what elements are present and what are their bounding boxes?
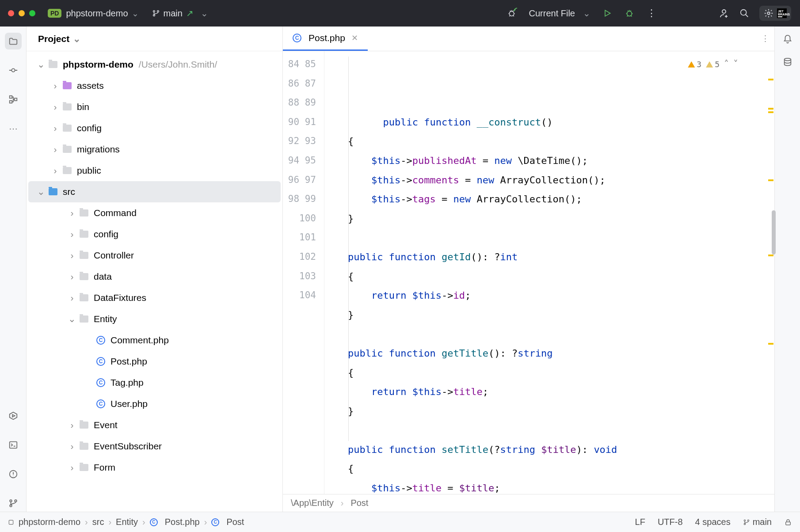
error-stripe[interactable] xyxy=(767,51,774,494)
inspection-indicators[interactable]: 3 5 ˄ ˅ xyxy=(685,53,741,76)
tree-folder-entity[interactable]: ⌄Entity xyxy=(27,308,282,330)
line-separator-widget[interactable]: LF xyxy=(635,517,645,527)
chevron-right-icon[interactable]: › xyxy=(67,462,77,473)
warning-badge[interactable]: 3 xyxy=(688,55,701,74)
breadcrumb-item[interactable]: Post xyxy=(350,498,368,508)
tree-folder-form[interactable]: ›Form xyxy=(27,457,282,478)
run-configuration-select[interactable]: Current File ⌄ xyxy=(529,8,590,19)
tree-folder-command[interactable]: ›Command xyxy=(27,202,282,224)
folder-icon xyxy=(80,422,88,429)
chevron-right-icon[interactable]: › xyxy=(67,208,77,218)
tree-folder-src-config[interactable]: ›config xyxy=(27,224,282,245)
project-panel-header[interactable]: Project ⌄ xyxy=(27,27,282,51)
breadcrumb-item[interactable]: \App\Entity xyxy=(291,498,334,508)
database-tool-button[interactable] xyxy=(783,57,792,67)
tree-folder-assets[interactable]: ›assets xyxy=(27,75,282,96)
warning-marker[interactable] xyxy=(768,111,773,113)
crumb-item[interactable]: Post xyxy=(226,517,244,527)
tree-folder-bin[interactable]: ›bin xyxy=(27,96,282,118)
weak-warning-badge[interactable]: 5 xyxy=(706,55,720,74)
notifications-tool-button[interactable] xyxy=(783,34,792,44)
close-window-button[interactable] xyxy=(8,10,14,16)
editor-body: 84 85 86 87 88 89 90 91 92 93 94 95 96 9… xyxy=(283,51,774,494)
close-tab-icon[interactable]: ✕ xyxy=(351,33,358,43)
chevron-right-icon[interactable]: › xyxy=(67,420,77,430)
chevron-down-icon[interactable]: ⌄ xyxy=(132,8,139,19)
chevron-right-icon[interactable]: › xyxy=(50,123,60,133)
tree-folder-event[interactable]: ›Event xyxy=(27,414,282,436)
search-icon[interactable] xyxy=(739,8,750,19)
tree-file-tag[interactable]: CTag.php xyxy=(27,372,282,393)
editor-tab-post[interactable]: C Post.php ✕ xyxy=(283,27,368,51)
services-tool-button[interactable] xyxy=(5,407,22,424)
tree-folder-controller[interactable]: ›Controller xyxy=(27,245,282,266)
tree-root[interactable]: ⌄ phpstorm-demo /Users/John.Smith/ xyxy=(27,54,282,75)
prev-highlight-icon[interactable]: ˄ xyxy=(724,55,729,74)
next-highlight-icon[interactable]: ˅ xyxy=(733,55,738,74)
crumb-item[interactable]: phpstorm-demo xyxy=(19,517,80,527)
crumb-item[interactable]: Entity xyxy=(116,517,138,527)
svg-point-24 xyxy=(747,520,749,521)
vcs-tool-button[interactable] xyxy=(5,495,22,512)
chevron-down-icon[interactable]: ⌄ xyxy=(201,8,208,19)
run-button[interactable] xyxy=(602,8,613,19)
chevron-right-icon[interactable]: › xyxy=(50,165,60,176)
tree-file-post[interactable]: CPost.php xyxy=(27,351,282,372)
bug-services-icon[interactable] xyxy=(507,8,518,19)
warning-marker[interactable] xyxy=(768,255,773,256)
crumb-item[interactable]: src xyxy=(92,517,104,527)
tree-folder-data[interactable]: ›data xyxy=(27,266,282,287)
warning-marker[interactable] xyxy=(768,108,773,110)
warning-marker[interactable] xyxy=(768,343,773,345)
minimize-window-button[interactable] xyxy=(19,10,25,16)
navigation-bar[interactable]: phpstorm-demo› src› Entity› C Post.php› … xyxy=(8,517,244,527)
tree-folder-src[interactable]: ⌄src xyxy=(28,181,281,202)
code-with-me-icon[interactable] xyxy=(719,8,729,19)
commit-tool-button[interactable] xyxy=(5,62,22,79)
tree-label: config xyxy=(94,229,118,239)
warning-marker[interactable] xyxy=(768,79,773,80)
more-tools-button[interactable]: ⋯ xyxy=(5,120,22,137)
chevron-right-icon[interactable]: › xyxy=(50,144,60,155)
indent-widget[interactable]: 4 spaces xyxy=(695,517,731,527)
project-tool-button[interactable] xyxy=(5,33,22,49)
tree-folder-public[interactable]: ›public xyxy=(27,160,282,181)
read-only-widget[interactable] xyxy=(784,518,792,526)
chevron-right-icon[interactable]: › xyxy=(50,102,60,112)
tab-menu-button[interactable]: ⋮ xyxy=(756,27,774,51)
scrollbar-thumb[interactable] xyxy=(772,210,776,255)
chevron-down-icon[interactable]: ⌄ xyxy=(36,59,46,70)
git-branch-widget[interactable]: main xyxy=(743,517,772,527)
code-editor[interactable]: 3 5 ˄ ˅ public function __construct() { … xyxy=(324,51,767,494)
problems-tool-button[interactable] xyxy=(5,466,22,483)
warning-marker[interactable] xyxy=(768,179,773,181)
editor-breadcrumbs[interactable]: \App\Entity › Post xyxy=(283,494,774,512)
tree-folder-migrations[interactable]: ›migrations xyxy=(27,139,282,160)
tree-file-user[interactable]: CUser.php xyxy=(27,393,282,414)
chevron-down-icon[interactable]: ⌄ xyxy=(67,314,77,324)
tree-label: config xyxy=(77,123,102,133)
chevron-right-icon[interactable]: › xyxy=(67,271,77,282)
settings-button[interactable]: JETBRAINS xyxy=(759,6,791,21)
structure-tool-button[interactable] xyxy=(5,91,22,108)
tree-folder-eventsubscriber[interactable]: ›EventSubscriber xyxy=(27,436,282,457)
chevron-right-icon[interactable]: › xyxy=(67,441,77,452)
project-tree[interactable]: ⌄ phpstorm-demo /Users/John.Smith/ ›asse… xyxy=(27,51,282,512)
editor-gutter[interactable]: 84 85 86 87 88 89 90 91 92 93 94 95 96 9… xyxy=(283,51,324,494)
encoding-widget[interactable]: UTF-8 xyxy=(658,517,683,527)
chevron-right-icon[interactable]: › xyxy=(50,80,60,91)
tree-file-comment[interactable]: CComment.php xyxy=(27,330,282,351)
vcs-branch-widget[interactable]: main ↗ ⌄ xyxy=(152,8,208,19)
chevron-right-icon[interactable]: › xyxy=(67,250,77,261)
more-actions-button[interactable]: ⋮ xyxy=(646,8,657,19)
terminal-tool-button[interactable] xyxy=(5,437,22,453)
chevron-right-icon[interactable]: › xyxy=(67,229,77,239)
debug-button[interactable] xyxy=(624,8,635,19)
maximize-window-button[interactable] xyxy=(29,10,35,16)
tree-folder-config[interactable]: ›config xyxy=(27,118,282,139)
tree-folder-datafixtures[interactable]: ›DataFixtures xyxy=(27,287,282,308)
chevron-down-icon[interactable]: ⌄ xyxy=(36,186,46,197)
chevron-right-icon[interactable]: › xyxy=(67,293,77,303)
project-name[interactable]: phpstorm-demo xyxy=(66,8,128,19)
crumb-item[interactable]: Post.php xyxy=(165,517,200,527)
